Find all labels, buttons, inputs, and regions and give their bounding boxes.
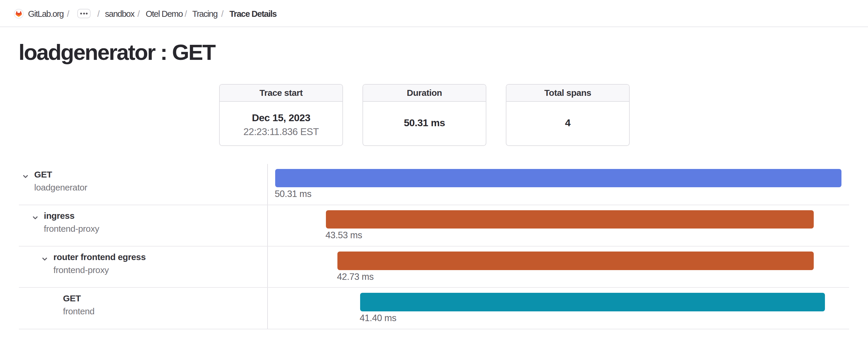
span-duration-bar[interactable] xyxy=(337,252,814,270)
trace-start-card-header: Trace start xyxy=(220,85,342,102)
span-service: loadgenerator xyxy=(34,181,87,194)
trace-start-card-body: Dec 15, 2023 22:23:11.836 EST xyxy=(220,102,342,146)
duration-value: 50.31 ms xyxy=(404,116,445,130)
breadcrumb-item-otel-demo[interactable]: Otel Demo xyxy=(146,9,183,19)
span-row[interactable]: GET frontend 41.40 ms xyxy=(19,288,849,329)
span-duration-bar[interactable] xyxy=(326,210,814,229)
breadcrumb-item-tracing[interactable]: Tracing xyxy=(192,9,217,19)
span-name-line: router frontend egress xyxy=(42,251,146,264)
span-row-details: GET frontend xyxy=(19,288,268,328)
breadcrumb-ellipsis-button[interactable] xyxy=(77,9,91,18)
group-avatar[interactable] xyxy=(14,9,24,19)
breadcrumb-separator: / xyxy=(185,9,187,19)
span-service: frontend xyxy=(63,305,95,318)
breadcrumb-separator: / xyxy=(137,9,140,19)
span-name-line: GET xyxy=(23,168,52,181)
breadcrumb-separator: / xyxy=(67,9,69,19)
breadcrumb-separator: / xyxy=(221,9,223,19)
gitlab-logo-icon xyxy=(16,11,22,17)
span-duration-bar[interactable] xyxy=(360,293,825,311)
duration-card-header: Duration xyxy=(363,85,486,102)
chevron-down-icon[interactable] xyxy=(23,175,28,179)
total-spans-card: Total spans 4 xyxy=(506,84,630,146)
span-row-timeline: 43.53 ms xyxy=(269,205,849,246)
span-row-details: router frontend egress frontend-proxy xyxy=(19,247,268,287)
span-row-details: GET loadgenerator xyxy=(19,164,268,204)
total-spans-card-header: Total spans xyxy=(506,85,629,102)
span-service: frontend-proxy xyxy=(53,264,109,277)
ellipsis-dot xyxy=(80,13,82,14)
span-duration-label: 42.73 ms xyxy=(337,272,374,282)
span-row-timeline: 42.73 ms xyxy=(269,247,849,287)
trace-start-time: 22:23:11.836 EST xyxy=(243,125,319,138)
ellipsis-dot xyxy=(83,13,85,14)
duration-card: Duration 50.31 ms xyxy=(363,84,486,146)
duration-card-body: 50.31 ms xyxy=(363,102,486,146)
total-spans-card-body: 4 xyxy=(506,102,629,146)
span-operation: ingress xyxy=(44,209,74,222)
breadcrumb-bar: GitLab.org / / sandbox / Otel Demo / Tra… xyxy=(0,0,868,27)
span-name-line: GET xyxy=(52,292,81,305)
trace-start-card: Trace start Dec 15, 2023 22:23:11.836 ES… xyxy=(219,84,343,146)
span-row-timeline: 41.40 ms xyxy=(269,288,849,328)
ellipsis-dot xyxy=(86,13,88,14)
breadcrumb-group-link[interactable]: GitLab.org xyxy=(28,9,63,19)
span-row[interactable]: ingress frontend-proxy 43.53 ms xyxy=(19,205,849,247)
span-duration-label: 50.31 ms xyxy=(275,189,311,199)
span-row[interactable]: router frontend egress frontend-proxy 42… xyxy=(19,247,849,288)
span-duration-bar[interactable] xyxy=(275,169,841,188)
breadcrumb-separator: / xyxy=(97,9,100,19)
total-spans-value: 4 xyxy=(565,116,570,130)
page-title: loadgenerator : GET xyxy=(19,41,215,63)
chevron-down-icon[interactable] xyxy=(42,257,47,261)
span-name-line: ingress xyxy=(33,209,74,222)
span-duration-label: 41.40 ms xyxy=(360,313,396,323)
span-row-details: ingress frontend-proxy xyxy=(19,205,268,246)
breadcrumb-item-trace-details[interactable]: Trace Details xyxy=(229,9,276,19)
span-service: frontend-proxy xyxy=(44,222,99,235)
span-operation: router frontend egress xyxy=(53,251,146,264)
span-row[interactable]: GET loadgenerator 50.31 ms xyxy=(19,164,849,205)
span-row-timeline: 50.31 ms xyxy=(269,164,849,204)
trace-waterfall-chart: GET loadgenerator 50.31 ms ingress front… xyxy=(19,164,849,329)
span-operation: GET xyxy=(63,292,81,305)
span-operation: GET xyxy=(34,168,52,181)
breadcrumb-item-sandbox[interactable]: sandbox xyxy=(105,9,134,19)
span-duration-label: 43.53 ms xyxy=(326,230,362,240)
trace-start-date: Dec 15, 2023 xyxy=(252,111,310,125)
chevron-down-icon[interactable] xyxy=(33,216,38,220)
